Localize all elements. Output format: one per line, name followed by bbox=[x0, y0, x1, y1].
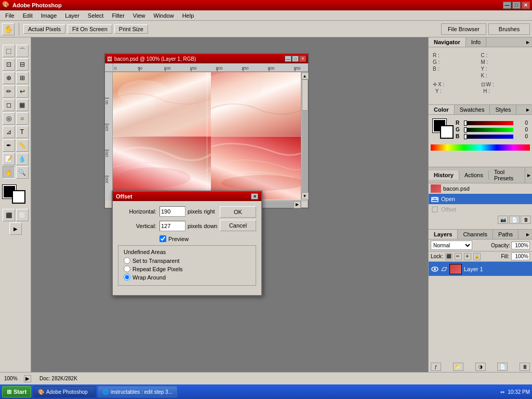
layers-tab[interactable]: Layers bbox=[429, 230, 458, 239]
scroll-down-button[interactable]: ▼ bbox=[301, 192, 309, 200]
close-button[interactable]: ✕ bbox=[522, 2, 530, 9]
pen-tool[interactable]: ✒ bbox=[3, 139, 15, 152]
path-tool[interactable]: ⊿ bbox=[3, 126, 15, 138]
eyedropper-tool[interactable]: 💧 bbox=[16, 153, 29, 165]
brush-tool[interactable]: ✏ bbox=[3, 85, 15, 98]
delete-history-button[interactable]: 🗑 bbox=[521, 216, 531, 224]
repeat-radio[interactable]: Repeat Edge Pixels bbox=[124, 265, 250, 272]
menu-file[interactable]: File bbox=[1, 11, 19, 20]
vertical-scrollbar[interactable]: ▲ ▼ bbox=[301, 72, 308, 200]
jump-to-imageready[interactable]: ▶ bbox=[9, 222, 22, 235]
r-slider-thumb[interactable] bbox=[464, 121, 467, 126]
text-tool[interactable]: T bbox=[16, 126, 29, 138]
b-slider-track[interactable] bbox=[464, 135, 513, 139]
layers-panel-menu[interactable]: ▶ bbox=[524, 230, 532, 238]
taskbar-photoshop[interactable]: 🎨 Adobe Photoshop bbox=[33, 386, 96, 397]
create-new-document-button[interactable]: 📄 bbox=[509, 216, 520, 224]
g-slider-track[interactable] bbox=[464, 128, 513, 132]
new-fill-button[interactable]: ◑ bbox=[475, 363, 486, 371]
brushes-tab[interactable]: Brushes bbox=[488, 23, 530, 35]
doc-close-button[interactable]: ✕ bbox=[299, 56, 306, 62]
crop-tool[interactable]: ⊡ bbox=[3, 58, 15, 71]
actions-tab[interactable]: Actions bbox=[459, 170, 489, 180]
menu-layer[interactable]: Layer bbox=[61, 11, 84, 20]
preview-checkbox[interactable] bbox=[159, 235, 166, 242]
color-spectrum-bar[interactable] bbox=[431, 144, 530, 151]
fill-input[interactable] bbox=[511, 252, 530, 260]
minimize-button[interactable]: — bbox=[503, 2, 511, 9]
layer-item-1[interactable]: Layer 1 bbox=[429, 262, 532, 276]
screen-mode[interactable]: ⬜ bbox=[16, 209, 29, 221]
tool-presets-tab[interactable]: Tool Presets bbox=[489, 167, 525, 183]
doc-maximize-button[interactable]: □ bbox=[292, 56, 299, 62]
doc-minimize-button[interactable]: — bbox=[285, 56, 291, 62]
new-layer-button[interactable]: 📄 bbox=[497, 363, 508, 371]
start-button[interactable]: ⊞ Start bbox=[2, 386, 31, 397]
scroll-right-button[interactable]: ▶ bbox=[294, 201, 301, 208]
swatches-tab[interactable]: Swatches bbox=[455, 105, 490, 114]
file-browser-tab[interactable]: File Browser bbox=[441, 23, 486, 35]
history-brush-tool[interactable]: ↩ bbox=[16, 85, 29, 98]
transparent-radio[interactable]: Set to Transparent bbox=[124, 257, 250, 264]
add-effects-button[interactable]: ƒ bbox=[431, 363, 441, 371]
layer-visibility-toggle[interactable] bbox=[431, 265, 439, 273]
lock-transparent-button[interactable]: ⬛ bbox=[445, 253, 453, 260]
blend-mode-select[interactable]: Normal bbox=[431, 241, 472, 250]
wrap-radio-input[interactable] bbox=[124, 274, 130, 281]
cancel-button[interactable]: Cancel bbox=[220, 220, 256, 231]
lock-position-button[interactable]: ✛ bbox=[464, 253, 471, 260]
b-slider-thumb[interactable] bbox=[464, 134, 467, 139]
color-panel-menu[interactable]: ▶ bbox=[524, 105, 532, 114]
marquee-tool[interactable]: ⬚ bbox=[3, 45, 15, 57]
scroll-up-button[interactable]: ▲ bbox=[301, 72, 309, 79]
menu-filter[interactable]: Filter bbox=[108, 11, 128, 20]
dodge-tool[interactable]: ○ bbox=[16, 112, 29, 125]
navigator-tab[interactable]: Navigator bbox=[429, 37, 466, 47]
gradient-tool[interactable]: ▦ bbox=[16, 99, 29, 111]
status-arrow[interactable]: ▶ bbox=[24, 375, 31, 382]
menu-edit[interactable]: Edit bbox=[19, 11, 37, 20]
menu-image[interactable]: Image bbox=[37, 11, 61, 20]
g-slider-thumb[interactable] bbox=[464, 127, 467, 132]
quick-mask-mode[interactable]: ⬛ bbox=[3, 209, 15, 221]
offset-close-button[interactable]: ✕ bbox=[251, 193, 258, 200]
create-snapshot-button[interactable]: 📷 bbox=[498, 216, 508, 224]
eraser-tool[interactable]: ◻ bbox=[3, 99, 15, 111]
vertical-input[interactable] bbox=[159, 221, 185, 231]
zoom-tool[interactable]: 🔍 bbox=[16, 166, 29, 179]
channels-tab[interactable]: Channels bbox=[458, 230, 493, 239]
repeat-radio-input[interactable] bbox=[124, 265, 130, 272]
new-set-button[interactable]: 📁 bbox=[453, 363, 463, 371]
info-tab[interactable]: Info bbox=[466, 37, 486, 47]
stamp-tool[interactable]: ⊞ bbox=[16, 72, 29, 84]
hand-tool[interactable]: 🤚 bbox=[3, 166, 15, 179]
color-tab[interactable]: Color bbox=[429, 105, 455, 114]
heal-tool[interactable]: ⊕ bbox=[3, 72, 15, 84]
horizontal-input[interactable] bbox=[159, 206, 185, 217]
lasso-tool[interactable]: ⌒ bbox=[16, 45, 29, 57]
color-picker[interactable] bbox=[3, 183, 29, 205]
tool-hand-icon[interactable]: ✋ bbox=[2, 23, 15, 35]
wrap-radio[interactable]: Wrap Around bbox=[124, 274, 250, 281]
styles-tab[interactable]: Styles bbox=[490, 105, 516, 114]
lock-all-button[interactable]: 🔒 bbox=[473, 253, 481, 260]
note-tool[interactable]: 📝 bbox=[3, 153, 15, 165]
paths-tab[interactable]: Paths bbox=[493, 230, 518, 239]
slice-tool[interactable]: ⊟ bbox=[16, 58, 29, 71]
background-color[interactable] bbox=[12, 190, 25, 204]
lock-pixels-button[interactable]: ✏ bbox=[455, 253, 462, 260]
menu-select[interactable]: Select bbox=[84, 11, 108, 20]
menu-help[interactable]: Help bbox=[178, 11, 198, 20]
history-tab[interactable]: History bbox=[429, 170, 459, 180]
navigator-panel-menu[interactable]: ▶ bbox=[524, 38, 532, 46]
history-item-open[interactable]: Open bbox=[429, 194, 532, 204]
r-slider-track[interactable] bbox=[464, 121, 513, 125]
print-size-button[interactable]: Print Size bbox=[114, 24, 148, 34]
measure-tool[interactable]: 📏 bbox=[16, 139, 29, 152]
ok-button[interactable]: OK bbox=[220, 206, 256, 218]
fit-on-screen-button[interactable]: Fit On Screen bbox=[68, 24, 112, 34]
background-swatch[interactable] bbox=[440, 125, 454, 139]
history-item-offset[interactable]: Offset bbox=[429, 204, 532, 215]
actual-pixels-button[interactable]: Actual Pixels bbox=[23, 24, 65, 34]
maximize-button[interactable]: □ bbox=[512, 2, 521, 9]
